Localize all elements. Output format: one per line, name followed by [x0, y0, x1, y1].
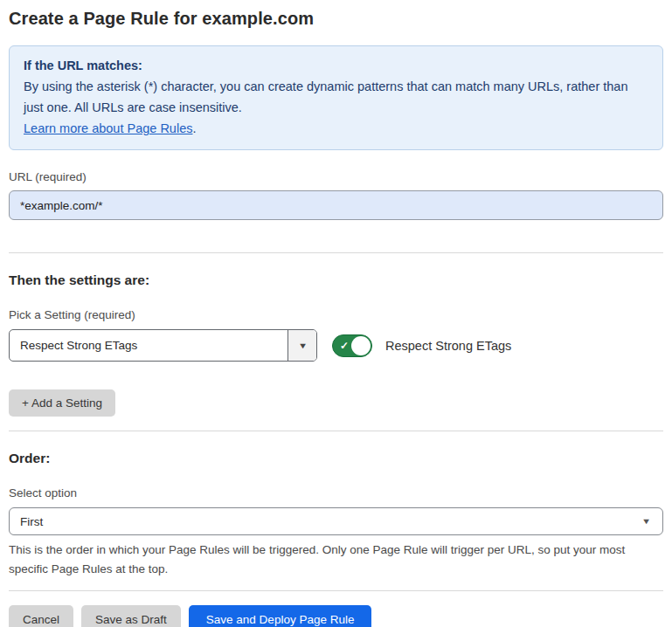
info-box-heading: If the URL matches: — [24, 55, 648, 76]
chevron-down-icon: ▼ — [297, 341, 307, 350]
toggle-label: Respect Strong ETags — [385, 339, 511, 353]
order-section-heading: Order: — [9, 451, 663, 466]
page-title: Create a Page Rule for example.com — [9, 9, 663, 29]
order-select-value: First — [20, 515, 43, 528]
check-icon: ✓ — [340, 341, 349, 351]
info-link-row: Learn more about Page Rules. — [24, 118, 648, 139]
info-box-body: By using the asterisk (*) character, you… — [24, 76, 644, 118]
learn-more-link[interactable]: Learn more about Page Rules — [24, 121, 192, 135]
chevron-down-icon: ▼ — [641, 517, 651, 526]
pick-setting-label: Pick a Setting (required) — [9, 308, 663, 321]
divider — [9, 252, 663, 253]
settings-section-heading: Then the settings are: — [9, 272, 663, 288]
save-draft-button[interactable]: Save as Draft — [81, 605, 181, 627]
url-field-label: URL (required) — [9, 170, 663, 183]
setting-dropdown-value: Respect Strong ETags — [10, 330, 288, 361]
cancel-button[interactable]: Cancel — [9, 605, 73, 627]
action-button-row: Cancel Save as Draft Save and Deploy Pag… — [9, 605, 663, 627]
save-deploy-button[interactable]: Save and Deploy Page Rule — [189, 605, 372, 627]
setting-row: Respect Strong ETags ▼ ✓ Respect Strong … — [9, 329, 663, 362]
page-rule-form: Create a Page Rule for example.com If th… — [0, 0, 672, 627]
divider — [9, 431, 663, 431]
setting-dropdown-arrow-button[interactable]: ▼ — [288, 330, 316, 361]
url-match-info-box: If the URL matches: By using the asteris… — [9, 45, 663, 150]
etags-toggle[interactable]: ✓ — [332, 334, 372, 357]
order-help-text: This is the order in which your Page Rul… — [9, 541, 660, 579]
toggle-knob — [351, 336, 371, 355]
order-select-label: Select option — [9, 486, 663, 500]
order-select[interactable]: First ▼ — [9, 507, 663, 535]
url-input[interactable] — [9, 190, 663, 220]
setting-dropdown[interactable]: Respect Strong ETags ▼ — [9, 329, 317, 362]
divider — [9, 590, 663, 591]
info-link-suffix: . — [192, 121, 196, 135]
add-setting-button[interactable]: + Add a Setting — [9, 389, 115, 417]
